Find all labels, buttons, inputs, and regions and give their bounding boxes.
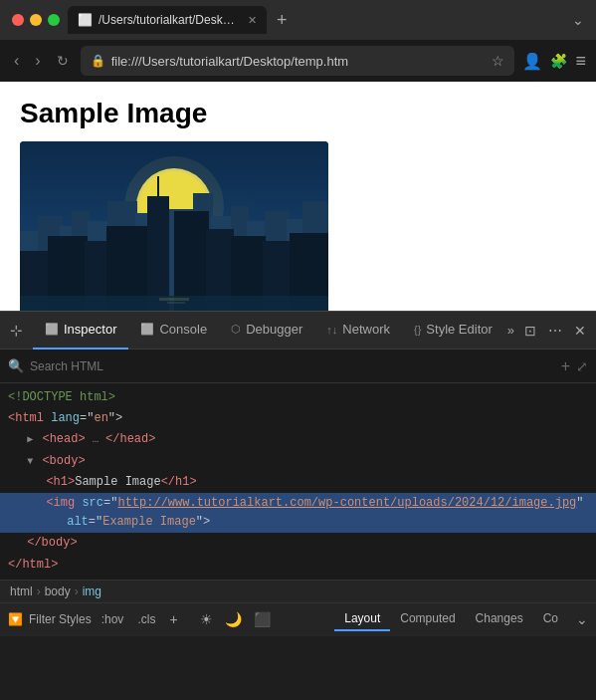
doctype-text: <!DOCTYPE html> bbox=[8, 390, 115, 404]
breadcrumb-sep-1: › bbox=[37, 584, 41, 598]
debugger-tab-icon: ⬡ bbox=[231, 323, 241, 336]
close-devtools-button[interactable]: ✕ bbox=[570, 319, 590, 343]
svg-rect-24 bbox=[147, 196, 169, 311]
debugger-tab-label: Debugger bbox=[246, 322, 302, 337]
filter-styles-label: Filter Styles bbox=[29, 612, 92, 626]
reload-button[interactable]: ↻ bbox=[53, 53, 73, 69]
light-theme-button[interactable]: ☀ bbox=[196, 609, 217, 629]
hov-button[interactable]: :hov bbox=[98, 610, 128, 628]
search-icon: 🔍 bbox=[8, 358, 24, 373]
more-options-button[interactable]: ⬛ bbox=[250, 609, 275, 629]
network-tab-icon: ↑↓ bbox=[326, 324, 337, 336]
svg-rect-32 bbox=[159, 298, 189, 301]
tab-changes[interactable]: Changes bbox=[466, 607, 533, 631]
devtools-actions: ⊡ ⋯ ✕ bbox=[520, 319, 596, 343]
inspector-tab-icon: ⬜ bbox=[45, 323, 59, 336]
head-arrow[interactable]: ▶ bbox=[27, 434, 33, 445]
title-bar: ⬜ /Users/tutorialkart/Desktop/temp.ht ✕ … bbox=[0, 0, 596, 40]
new-tab-button[interactable]: + bbox=[271, 10, 294, 31]
element-picker-icon[interactable]: ⊹ bbox=[0, 322, 33, 340]
breadcrumb-img[interactable]: img bbox=[83, 584, 101, 598]
style-actions: :hov .cls + bbox=[98, 609, 182, 629]
cityscape-svg bbox=[20, 141, 328, 311]
breadcrumb-html[interactable]: html bbox=[10, 584, 33, 598]
devtools-tabs: ⬜ Inspector ⬜ Console ⬡ Debugger ↑↓ Netw… bbox=[33, 312, 501, 350]
tree-html-tag[interactable]: <html lang="en"> bbox=[0, 408, 596, 429]
tree-body-close[interactable]: </body> bbox=[0, 533, 596, 554]
breadcrumb-sep-2: › bbox=[75, 584, 79, 598]
style-chevron-icon[interactable]: ⌄ bbox=[574, 611, 588, 627]
add-style-button[interactable]: + bbox=[165, 609, 181, 629]
breadcrumb-body[interactable]: body bbox=[45, 584, 71, 598]
tab-computed[interactable]: Computed bbox=[390, 607, 465, 631]
tab-inspector[interactable]: ⬜ Inspector bbox=[33, 312, 128, 350]
svg-rect-33 bbox=[167, 302, 185, 304]
style-editor-tab-label: Style Editor bbox=[426, 322, 492, 337]
nav-bar: ‹ › ↻ 🔒 file:///Users/tutorialkart/Deskt… bbox=[0, 40, 596, 82]
page-content: Sample Image bbox=[0, 82, 596, 311]
tab-page-icon: ⬜ bbox=[78, 13, 93, 27]
style-panel-toolbar: 🔽 Filter Styles :hov .cls + ☀ 🌙 ⬛ Layout… bbox=[0, 602, 596, 636]
tree-html-close[interactable]: </html> bbox=[0, 555, 596, 576]
traffic-lights bbox=[12, 14, 60, 26]
profile-icon[interactable]: 👤 bbox=[522, 52, 542, 71]
body-arrow[interactable]: ▼ bbox=[27, 456, 33, 467]
cls-button[interactable]: .cls bbox=[133, 610, 159, 628]
tab-style-editor[interactable]: {} Style Editor bbox=[402, 312, 501, 350]
devtools-toolbar: ⊹ ⬜ Inspector ⬜ Console ⬡ Debugger ↑↓ Ne… bbox=[0, 312, 596, 350]
style-tabs: Layout Computed Changes Co bbox=[334, 607, 568, 631]
console-tab-label: Console bbox=[159, 322, 207, 337]
dark-theme-button[interactable]: 🌙 bbox=[221, 609, 246, 629]
tree-body-open[interactable]: ▼ <body> bbox=[0, 451, 596, 472]
add-node-icon[interactable]: + bbox=[561, 357, 570, 375]
lock-icon: 🔒 bbox=[91, 54, 105, 68]
tab-bar: ⬜ /Users/tutorialkart/Desktop/temp.ht ✕ … bbox=[68, 6, 584, 34]
tab-overflow-icon[interactable]: ⌄ bbox=[572, 12, 584, 28]
page-image bbox=[20, 141, 328, 311]
tree-doctype[interactable]: <!DOCTYPE html> bbox=[0, 387, 596, 408]
page-title: Sample Image bbox=[20, 98, 576, 129]
more-tabs-icon[interactable]: » bbox=[501, 323, 520, 338]
tree-h1[interactable]: <h1>Sample Image</h1> bbox=[0, 472, 596, 493]
extensions-icon[interactable]: 🧩 bbox=[550, 53, 567, 69]
network-tab-label: Network bbox=[342, 322, 390, 337]
back-button[interactable]: ‹ bbox=[10, 52, 23, 70]
close-button[interactable] bbox=[12, 14, 24, 26]
tab-layout[interactable]: Layout bbox=[334, 607, 390, 631]
browser-chrome: ⬜ /Users/tutorialkart/Desktop/temp.ht ✕ … bbox=[0, 0, 596, 82]
html-tree: <!DOCTYPE html> <html lang="en"> ▶ <head… bbox=[0, 383, 596, 580]
tab-network[interactable]: ↑↓ Network bbox=[314, 312, 402, 350]
tree-img-selected[interactable]: <img src="http://www.tutorialkart.com/wp… bbox=[0, 493, 596, 533]
tree-head-tag[interactable]: ▶ <head> … </head> bbox=[0, 429, 596, 450]
maximize-button[interactable] bbox=[48, 14, 60, 26]
svg-rect-25 bbox=[157, 176, 159, 198]
split-view-button[interactable]: ⊡ bbox=[520, 319, 540, 343]
active-tab[interactable]: ⬜ /Users/tutorialkart/Desktop/temp.ht ✕ bbox=[68, 6, 267, 34]
url-text: file:///Users/tutorialkart/Desktop/temp.… bbox=[111, 54, 487, 69]
tab-title: /Users/tutorialkart/Desktop/temp.ht bbox=[99, 13, 238, 27]
nav-icons: 👤 🧩 ≡ bbox=[522, 51, 586, 72]
menu-icon[interactable]: ≡ bbox=[575, 51, 586, 72]
tab-co[interactable]: Co bbox=[533, 607, 568, 631]
minimize-button[interactable] bbox=[30, 14, 42, 26]
breadcrumb: html › body › img bbox=[0, 580, 596, 602]
overflow-menu-button[interactable]: ⋯ bbox=[544, 319, 566, 343]
url-bar[interactable]: 🔒 file:///Users/tutorialkart/Desktop/tem… bbox=[81, 46, 515, 76]
expand-icon[interactable]: ⤢ bbox=[576, 358, 588, 374]
console-tab-icon: ⬜ bbox=[140, 323, 154, 336]
html-search-bar[interactable]: 🔍 + ⤢ bbox=[0, 350, 596, 383]
tab-close-icon[interactable]: ✕ bbox=[248, 14, 257, 27]
html-open-tag: <html bbox=[8, 411, 51, 425]
forward-button[interactable]: › bbox=[31, 52, 44, 70]
tab-console[interactable]: ⬜ Console bbox=[128, 312, 219, 350]
inspector-tab-label: Inspector bbox=[64, 322, 116, 337]
devtools-panel: ⊹ ⬜ Inspector ⬜ Console ⬡ Debugger ↑↓ Ne… bbox=[0, 311, 596, 636]
tab-debugger[interactable]: ⬡ Debugger bbox=[219, 312, 314, 350]
html-search-input[interactable] bbox=[30, 359, 555, 373]
filter-styles-icon: 🔽 bbox=[8, 612, 23, 626]
bookmark-icon[interactable]: ☆ bbox=[492, 53, 504, 69]
style-editor-tab-icon: {} bbox=[414, 324, 421, 336]
